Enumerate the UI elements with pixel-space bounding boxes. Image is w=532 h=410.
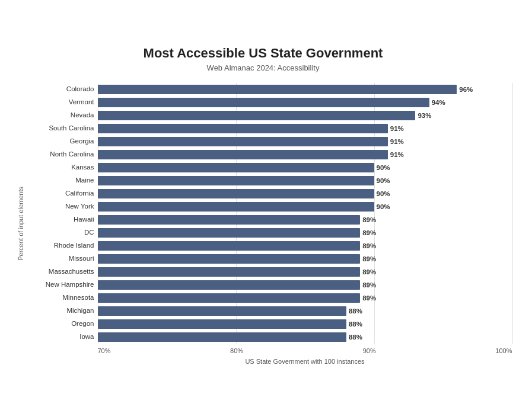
state-label: Hawaii [30,216,94,223]
bar [98,293,361,303]
bar [98,228,361,238]
bar-value-label: 90% [377,177,390,184]
bar [98,124,388,133]
bar [98,189,374,198]
bar-value-label: 91% [390,151,404,158]
state-label: Georgia [30,138,94,145]
bar-row: 89% [98,214,512,225]
bar-row: 89% [98,293,512,303]
bar [98,319,346,329]
bar-row: 89% [98,241,512,251]
bar-row: 91% [98,123,512,134]
bar-row: 89% [98,254,512,264]
bar-value-label: 96% [459,86,473,93]
bar-row: 94% [98,97,512,108]
bar [98,111,416,120]
bar-row: 91% [98,136,512,147]
bar-value-label: 94% [432,99,445,106]
bar [98,241,361,251]
state-label: Rhode Island [30,242,94,249]
bar-value-label: 89% [362,294,376,302]
bar [98,332,346,342]
bar [98,267,361,277]
bar-value-label: 88% [349,308,362,315]
state-label: Colorado [30,86,94,93]
bar-value-label: 90% [377,190,390,197]
bar [98,98,429,107]
bar-row: 88% [98,306,512,316]
bars-area: ColoradoVermontNevadaSouth CarolinaGeorg… [30,83,512,344]
grid-lines [98,83,512,344]
x-axis-bottom-label: US State Government with 100 instances [98,358,512,365]
bar-row: 90% [98,162,512,173]
state-labels: ColoradoVermontNevadaSouth CarolinaGeorg… [30,83,98,344]
bar [98,306,346,316]
bar-row: 96% [98,84,512,95]
bar [98,150,388,159]
x-axis-tick: 90% [363,347,376,354]
x-axis-tick: 100% [495,347,512,354]
state-label: New York [30,203,94,210]
bar-value-label: 93% [418,112,431,119]
state-label: Missouri [30,255,94,262]
state-label: South Carolina [30,125,94,132]
bar-value-label: 89% [362,268,376,276]
state-label: North Carolina [30,151,94,158]
bar [98,215,361,225]
bar-row: 91% [98,149,512,160]
bars-and-grid: 96%94%93%91%91%91%90%90%90%90%89%89%89%8… [98,83,512,344]
state-label: Nevada [30,112,94,119]
bar [98,85,457,94]
state-label: Michigan [30,308,94,315]
bar-value-label: 90% [377,203,390,210]
bar-row: 89% [98,280,512,290]
state-label: Massachusetts [30,268,94,276]
state-label: Oregon [30,321,94,328]
state-label: Minnesota [30,294,94,302]
bar [98,254,361,264]
chart-container: Most Accessible US State Government Web … [8,34,524,377]
bar-value-label: 90% [377,164,390,171]
bar-value-label: 88% [349,321,362,328]
y-axis-label: Percent of input elements [17,187,24,261]
state-label: DC [30,229,94,236]
x-axis-tick: 80% [230,347,243,354]
bar [98,280,361,290]
state-label: New Hampshire [30,281,94,289]
state-label: Kansas [30,164,94,171]
bar-row: 88% [98,332,512,342]
bar-value-label: 89% [362,229,376,236]
state-label: Maine [30,177,94,184]
bar-value-label: 89% [362,242,376,249]
bar [98,202,374,212]
bar-value-label: 89% [362,216,376,223]
chart-inner: ColoradoVermontNevadaSouth CarolinaGeorg… [30,83,512,365]
bar [98,176,374,185]
bar-value-label: 91% [390,138,404,145]
bar-value-label: 91% [390,125,404,132]
bar [98,163,374,172]
x-axis: 70%80%90%100% [98,344,512,354]
bar-value-label: 88% [349,334,362,341]
bar-row: 90% [98,175,512,186]
x-axis-tick: 70% [98,347,111,354]
state-label: Vermont [30,99,94,106]
chart-subtitle: Web Almanac 2024: Accessibility [14,63,512,72]
bar-value-label: 89% [362,281,376,289]
bar-value-label: 89% [362,255,376,262]
state-label: California [30,190,94,197]
state-label: Iowa [30,334,94,341]
bar-row: 90% [98,188,512,199]
bar-row: 93% [98,110,512,121]
bar-row: 88% [98,319,512,329]
bar-row: 90% [98,201,512,212]
y-axis-label-wrapper: Percent of input elements [14,83,27,365]
bar-row: 89% [98,267,512,277]
bar-row: 89% [98,228,512,238]
bar [98,137,388,146]
chart-title: Most Accessible US State Government [14,46,512,61]
